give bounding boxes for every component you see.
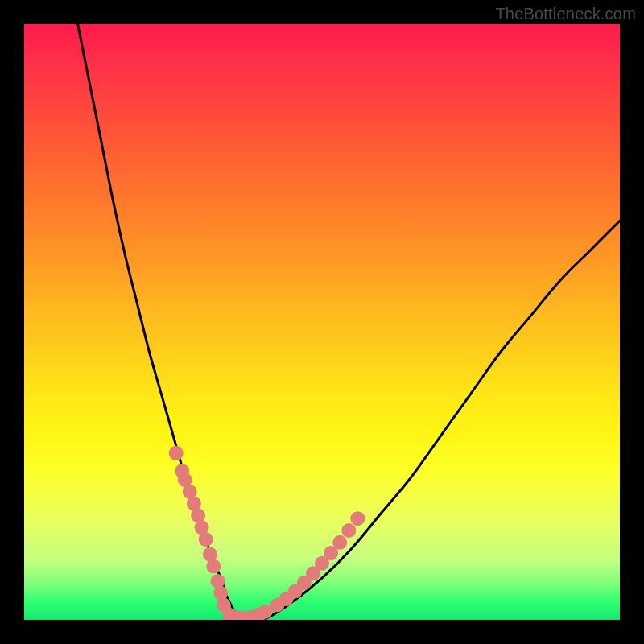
plot-area: [24, 24, 620, 620]
data-point-dot-cluster-left: [206, 559, 221, 573]
data-point-dot-cluster-right: [332, 535, 347, 550]
dots-group: [169, 446, 365, 620]
data-point-dot-cluster-left: [199, 532, 213, 547]
watermark-text: TheBottleneck.com: [495, 5, 636, 23]
chart-frame: TheBottleneck.com: [0, 0, 644, 644]
data-point-dot-cluster-left: [169, 446, 184, 460]
data-point-dot-cluster-right: [341, 523, 356, 538]
curve-layer: [24, 24, 620, 620]
data-point-dot-cluster-right: [350, 511, 365, 526]
